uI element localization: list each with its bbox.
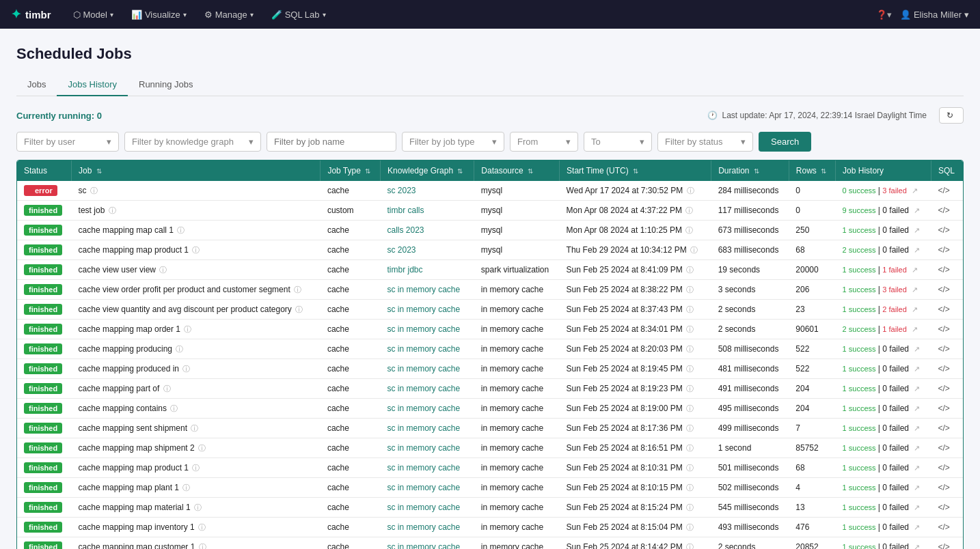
kg-link[interactable]: sc in memory cache: [387, 463, 461, 473]
job-info-icon[interactable]: ⓘ: [192, 464, 200, 472]
sql-code-icon[interactable]: </>: [938, 186, 949, 195]
nav-manage[interactable]: ⚙ Manage ▾: [198, 0, 260, 29]
user-menu[interactable]: 👤 Elisha Miller ▾: [900, 10, 969, 20]
job-info-icon[interactable]: ⓘ: [182, 483, 190, 492]
time-info-icon[interactable]: ⓘ: [686, 444, 694, 452]
col-datasource[interactable]: Datasource ⇅: [474, 160, 560, 181]
job-info-icon[interactable]: ⓘ: [198, 523, 206, 531]
history-ext-link[interactable]: ↗: [912, 266, 918, 274]
kg-link[interactable]: sc in memory cache: [387, 404, 461, 413]
job-info-icon[interactable]: ⓘ: [199, 543, 206, 550]
kg-link[interactable]: sc in memory cache: [387, 344, 461, 354]
col-job-type[interactable]: Job Type ⇅: [321, 160, 381, 181]
kg-link[interactable]: timbr jdbc: [387, 265, 423, 274]
sql-code-icon[interactable]: </>: [938, 305, 949, 314]
time-info-icon[interactable]: ⓘ: [686, 404, 694, 412]
sql-code-icon[interactable]: </>: [938, 542, 949, 549]
time-info-icon[interactable]: ⓘ: [686, 305, 694, 313]
sql-code-icon[interactable]: </>: [938, 344, 949, 354]
kg-link[interactable]: sc in memory cache: [387, 542, 461, 549]
time-info-icon[interactable]: ⓘ: [686, 384, 694, 393]
sql-code-icon[interactable]: </>: [938, 265, 949, 274]
time-info-icon[interactable]: ⓘ: [687, 186, 694, 195]
job-info-icon[interactable]: ⓘ: [176, 345, 183, 353]
help-icon[interactable]: ❓▾: [876, 10, 892, 20]
col-duration[interactable]: Duration ⇅: [711, 160, 789, 181]
tab-running-jobs[interactable]: Running Jobs: [128, 74, 204, 96]
history-ext-link[interactable]: ↗: [912, 285, 918, 294]
time-info-icon[interactable]: ⓘ: [686, 483, 694, 492]
sql-code-icon[interactable]: </>: [938, 324, 949, 334]
kg-link[interactable]: sc in memory cache: [387, 483, 461, 492]
sql-code-icon[interactable]: </>: [938, 206, 949, 215]
job-info-icon[interactable]: ⓘ: [177, 226, 185, 234]
kg-link[interactable]: sc in memory cache: [387, 364, 461, 374]
time-info-icon[interactable]: ⓘ: [686, 285, 694, 294]
time-info-icon[interactable]: ⓘ: [686, 345, 694, 353]
filter-from[interactable]: From ▾: [510, 132, 578, 152]
job-info-icon[interactable]: ⓘ: [192, 246, 200, 254]
col-kg[interactable]: Knowledge Graph ⇅: [381, 160, 474, 181]
history-ext-link[interactable]: ↗: [914, 424, 920, 432]
time-info-icon[interactable]: ⓘ: [686, 464, 694, 472]
history-ext-link[interactable]: ↗: [914, 345, 920, 353]
sql-code-icon[interactable]: </>: [938, 423, 949, 433]
job-info-icon[interactable]: ⓘ: [295, 305, 303, 313]
sql-code-icon[interactable]: </>: [938, 404, 949, 413]
filter-job-type[interactable]: Filter by job type ▾: [402, 132, 504, 152]
kg-link[interactable]: sc in memory cache: [387, 324, 461, 334]
job-info-icon[interactable]: ⓘ: [191, 424, 198, 432]
time-info-icon[interactable]: ⓘ: [686, 543, 694, 550]
sql-code-icon[interactable]: </>: [938, 483, 949, 492]
history-ext-link[interactable]: ↗: [912, 325, 918, 333]
time-info-icon[interactable]: ⓘ: [686, 325, 694, 333]
job-info-icon[interactable]: ⓘ: [163, 384, 171, 393]
kg-link[interactable]: sc 2023: [387, 186, 416, 195]
history-ext-link[interactable]: ↗: [914, 246, 920, 254]
job-info-icon[interactable]: ⓘ: [90, 186, 98, 195]
kg-link[interactable]: timbr calls: [387, 206, 424, 215]
history-ext-link[interactable]: ↗: [914, 206, 920, 214]
filter-to[interactable]: To ▾: [584, 132, 652, 152]
sql-code-icon[interactable]: </>: [938, 443, 949, 453]
job-info-icon[interactable]: ⓘ: [159, 266, 167, 274]
kg-link[interactable]: sc in memory cache: [387, 443, 461, 453]
refresh-button[interactable]: ↻: [939, 107, 964, 124]
time-info-icon[interactable]: ⓘ: [685, 206, 693, 214]
tab-jobs[interactable]: Jobs: [16, 74, 57, 96]
sql-code-icon[interactable]: </>: [938, 245, 949, 255]
nav-visualize[interactable]: 📊 Visualize ▾: [124, 0, 193, 29]
kg-link[interactable]: sc in memory cache: [387, 285, 461, 294]
history-ext-link[interactable]: ↗: [914, 483, 920, 492]
time-info-icon[interactable]: ⓘ: [686, 365, 694, 373]
history-ext-link[interactable]: ↗: [914, 226, 920, 234]
kg-link[interactable]: sc in memory cache: [387, 522, 461, 532]
time-info-icon[interactable]: ⓘ: [686, 424, 694, 432]
sql-code-icon[interactable]: </>: [938, 463, 949, 473]
history-ext-link[interactable]: ↗: [914, 384, 920, 393]
logo[interactable]: ✦ timbr: [11, 7, 51, 22]
history-ext-link[interactable]: ↗: [914, 464, 920, 472]
job-info-icon[interactable]: ⓘ: [294, 285, 301, 294]
col-job[interactable]: Job ⇅: [72, 160, 321, 181]
sql-code-icon[interactable]: </>: [938, 285, 949, 294]
history-ext-link[interactable]: ↗: [914, 404, 920, 412]
history-ext-link[interactable]: ↗: [912, 186, 918, 195]
history-ext-link[interactable]: ↗: [914, 503, 920, 511]
kg-link[interactable]: sc in memory cache: [387, 423, 461, 433]
sql-code-icon[interactable]: </>: [938, 225, 949, 235]
time-info-icon[interactable]: ⓘ: [686, 266, 694, 274]
job-info-icon[interactable]: ⓘ: [194, 503, 202, 511]
col-rows[interactable]: Rows ⇅: [789, 160, 835, 181]
job-info-icon[interactable]: ⓘ: [170, 404, 178, 412]
time-info-icon[interactable]: ⓘ: [685, 226, 693, 234]
job-info-icon[interactable]: ⓘ: [109, 206, 116, 214]
time-info-icon[interactable]: ⓘ: [686, 523, 694, 531]
history-ext-link[interactable]: ↗: [912, 305, 918, 313]
history-ext-link[interactable]: ↗: [914, 365, 920, 373]
filter-user[interactable]: Filter by user ▾: [16, 132, 119, 152]
tab-jobs-history[interactable]: Jobs History: [57, 74, 128, 96]
sql-code-icon[interactable]: </>: [938, 384, 949, 393]
filter-status[interactable]: Filter by status ▾: [657, 132, 753, 152]
job-info-icon[interactable]: ⓘ: [182, 365, 190, 373]
